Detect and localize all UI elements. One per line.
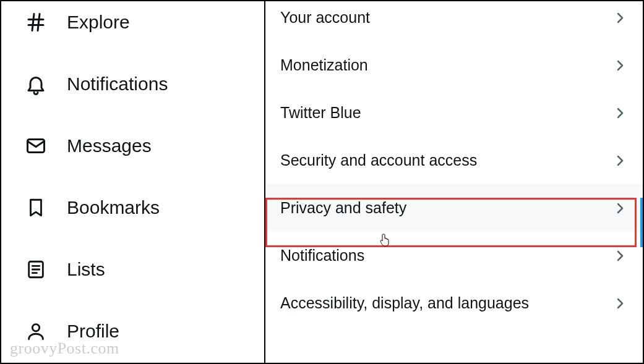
envelope-icon (24, 133, 48, 158)
settings-panel: Your account Monetization Twitter Blue S… (265, 1, 643, 363)
chevron-right-icon (612, 57, 628, 74)
settings-label: Security and account access (280, 151, 477, 169)
nav-label: Explore (67, 12, 130, 33)
settings-label: Notifications (280, 247, 364, 265)
bookmark-icon (24, 195, 48, 220)
settings-item-your-account[interactable]: Your account (265, 1, 643, 41)
bell-icon (24, 72, 48, 96)
nav-item-notifications[interactable]: Notifications (1, 61, 264, 108)
nav-label: Notifications (67, 74, 168, 95)
selected-row-accent (640, 198, 643, 247)
nav-item-explore[interactable]: Explore (1, 0, 264, 46)
list-icon (24, 257, 48, 282)
chevron-right-icon (612, 153, 628, 169)
chevron-right-icon (612, 200, 628, 216)
chevron-right-icon (612, 295, 628, 311)
nav-item-messages[interactable]: Messages (1, 122, 264, 169)
settings-item-notifications[interactable]: Notifications (265, 232, 643, 279)
settings-item-twitter-blue[interactable]: Twitter Blue (265, 89, 643, 137)
settings-label: Twitter Blue (280, 104, 361, 122)
settings-label: Accessibility, display, and languages (280, 294, 529, 312)
settings-label: Your account (280, 9, 370, 27)
settings-item-privacy-safety[interactable]: Privacy and safety (265, 184, 643, 232)
settings-label: Monetization (280, 56, 368, 74)
settings-item-monetization[interactable]: Monetization (265, 41, 643, 89)
primary-nav: Explore Notifications Messages (1, 1, 265, 363)
svg-line-3 (38, 14, 40, 31)
nav-label: Profile (67, 321, 119, 342)
settings-item-security-access[interactable]: Security and account access (265, 137, 643, 184)
person-icon (24, 319, 48, 344)
nav-item-profile[interactable]: Profile (1, 308, 264, 355)
app-frame: Explore Notifications Messages (0, 0, 644, 364)
chevron-right-icon (612, 248, 628, 264)
settings-label: Privacy and safety (280, 199, 406, 217)
nav-label: Messages (67, 135, 152, 156)
nav-label: Bookmarks (67, 197, 160, 218)
settings-item-accessibility[interactable]: Accessibility, display, and languages (265, 279, 643, 327)
nav-item-lists[interactable]: Lists (1, 246, 264, 293)
svg-point-9 (32, 324, 39, 331)
svg-line-2 (32, 14, 34, 31)
chevron-right-icon (612, 10, 628, 26)
hash-icon (24, 10, 48, 35)
chevron-right-icon (612, 105, 628, 121)
nav-item-bookmarks[interactable]: Bookmarks (1, 184, 264, 231)
nav-label: Lists (67, 259, 105, 280)
